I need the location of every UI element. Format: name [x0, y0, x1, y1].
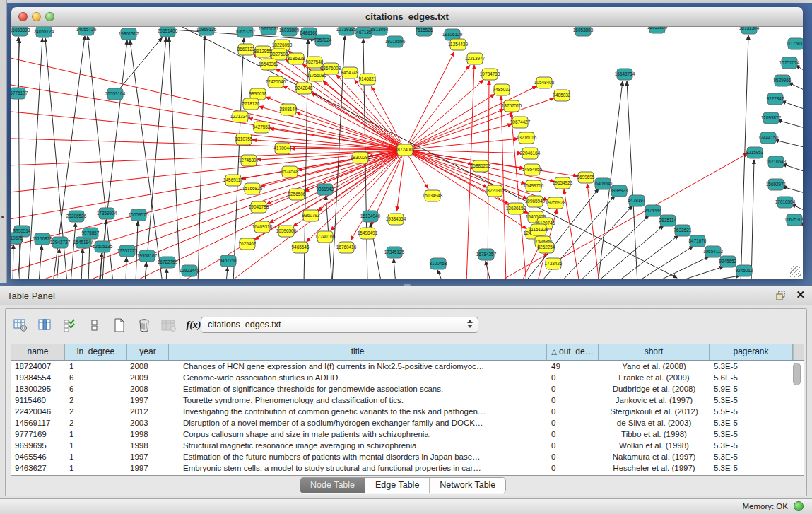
- network-node[interactable]: 7625402: [239, 238, 257, 250]
- network-node[interactable]: 16784357: [476, 249, 497, 260]
- network-node[interactable]: 22420046: [266, 76, 286, 88]
- network-node[interactable]: 8186328: [288, 53, 305, 64]
- table-selector-dropdown[interactable]: citations_edges.txt: [201, 317, 478, 333]
- network-node[interactable]: 19218596: [385, 36, 406, 47]
- window-resize-grip[interactable]: [790, 266, 801, 277]
- network-node[interactable]: 9227342: [767, 93, 784, 105]
- network-node[interactable]: 20206526: [66, 211, 87, 222]
- network-node[interactable]: 18300295: [351, 152, 371, 163]
- network-node[interactable]: 17016504: [775, 197, 796, 208]
- network-node[interactable]: 8100458: [430, 258, 447, 269]
- table-row[interactable]: 946362711997Embryonic stem cells: a mode…: [11, 462, 804, 474]
- network-node[interactable]: 7485033: [493, 84, 511, 95]
- delete-table-icon[interactable]: [136, 317, 152, 333]
- network-node[interactable]: 14954955: [522, 164, 543, 175]
- column-header-title[interactable]: title: [169, 344, 547, 360]
- network-node[interactable]: 12942737: [50, 237, 71, 248]
- network-node[interactable]: 8471676: [689, 235, 707, 247]
- network-node[interactable]: 16775107: [11, 88, 28, 99]
- network-node[interactable]: 12505135: [93, 241, 113, 252]
- network-node[interactable]: 9361943: [317, 184, 334, 195]
- table-row[interactable]: 1830029562008Estimation of significance …: [11, 383, 804, 395]
- column-header-name[interactable]: name: [11, 344, 65, 360]
- network-node[interactable]: 15276021: [259, 27, 279, 35]
- expand-panel-arrow-icon[interactable]: ◂: [1, 214, 4, 220]
- network-node[interactable]: 9256506: [288, 189, 306, 200]
- network-node[interactable]: 9457791: [220, 255, 237, 267]
- network-node[interactable]: 16760416: [336, 242, 357, 253]
- network-node[interactable]: 9245652: [719, 256, 737, 267]
- tab-node-table[interactable]: Node Table: [300, 478, 365, 493]
- vertical-scrollbar-thumb[interactable]: [793, 363, 801, 385]
- network-node[interactable]: 15166825: [242, 183, 263, 194]
- table-row[interactable]: 1872400712008Changes of HCN gene express…: [11, 361, 804, 372]
- table-row[interactable]: 911546021997Tourette syndrome. Phenomeno…: [11, 395, 804, 406]
- network-node[interactable]: 3919575: [11, 233, 23, 244]
- tab-edge-table[interactable]: Edge Table: [365, 478, 430, 493]
- network-node[interactable]: 9245012: [736, 265, 753, 276]
- network-node[interactable]: 8813054: [371, 27, 389, 35]
- function-builder-icon[interactable]: f(x): [186, 317, 201, 333]
- network-node[interactable]: 7857224: [314, 35, 332, 46]
- network-node[interactable]: 15885203: [471, 160, 491, 172]
- network-node[interactable]: 8660123: [237, 44, 255, 55]
- network-node[interactable]: 11254439: [448, 39, 468, 50]
- network-node[interactable]: 16053803: [573, 27, 594, 36]
- memory-status-icon[interactable]: [794, 501, 804, 511]
- column-header-in_degree[interactable]: in_degree: [65, 344, 127, 360]
- network-node[interactable]: 22046164: [520, 148, 541, 159]
- network-node[interactable]: 8252254: [538, 242, 555, 253]
- network-window-titlebar[interactable]: citations_edges.txt: [11, 7, 803, 27]
- network-node[interactable]: 19046788: [249, 201, 269, 213]
- network-node[interactable]: 13216016: [517, 132, 537, 144]
- network-node[interactable]: 15751074: [779, 57, 800, 69]
- table-row[interactable]: 969969511998Structural magnetic resonanc…: [11, 440, 804, 451]
- network-node[interactable]: 19958107: [137, 250, 158, 262]
- network-node[interactable]: 9975857: [82, 228, 100, 239]
- network-node[interactable]: 8938923: [611, 185, 628, 197]
- column-header-pagerank[interactable]: pagerank: [710, 344, 793, 360]
- network-node[interactable]: 17345125: [384, 247, 405, 258]
- network-node[interactable]: 15134948: [423, 190, 443, 201]
- network-node[interactable]: 9242848: [295, 83, 313, 94]
- close-panel-icon[interactable]: ✕: [796, 288, 805, 301]
- network-node[interactable]: 11175014: [786, 38, 803, 49]
- network-node[interactable]: 16033809: [279, 27, 300, 36]
- network-node[interactable]: 1810755: [235, 134, 253, 145]
- column-header-year[interactable]: year: [127, 344, 169, 360]
- network-node[interactable]: 2718120: [242, 98, 260, 110]
- network-node[interactable]: 9474444: [645, 205, 662, 216]
- network-node[interactable]: 10548408: [534, 77, 555, 88]
- network-node[interactable]: 9146821: [359, 74, 377, 85]
- network-node[interactable]: 19861312: [119, 28, 139, 40]
- network-node[interactable]: 16409310: [252, 221, 273, 233]
- network-node[interactable]: 16543362: [259, 59, 279, 70]
- network-node[interactable]: 10596506: [276, 226, 297, 237]
- network-node[interactable]: 24055724: [34, 27, 54, 37]
- network-node[interactable]: 12213977: [465, 53, 486, 64]
- network-node[interactable]: 14055726: [76, 27, 97, 35]
- row-select-icon[interactable]: [62, 317, 78, 333]
- network-node[interactable]: 16210643: [766, 156, 787, 168]
- network-node[interactable]: 19756928: [546, 197, 566, 209]
- network-node[interactable]: 17240166: [315, 231, 336, 243]
- network-node[interactable]: 16648784: [615, 69, 635, 80]
- network-node[interactable]: 12444150: [758, 132, 779, 144]
- network-node[interactable]: 7524548: [281, 166, 299, 177]
- network-node[interactable]: 16782759: [158, 257, 178, 268]
- network-node[interactable]: 11675309: [784, 214, 803, 226]
- network-node[interactable]: 17359924: [97, 208, 117, 219]
- network-node[interactable]: 9360793: [302, 210, 320, 221]
- network-node[interactable]: 16053809: [647, 27, 668, 33]
- column-edit-icon[interactable]: [37, 317, 53, 333]
- network-node[interactable]: 20553104: [105, 88, 126, 100]
- network-node[interactable]: 4170044: [274, 143, 292, 154]
- network-node[interactable]: 19734783: [480, 69, 500, 80]
- network-node[interactable]: 15499716: [524, 180, 544, 192]
- network-canvas[interactable]: 1665389824055724140557261986131220691406…: [11, 27, 803, 279]
- network-node[interactable]: 17957223: [117, 245, 138, 257]
- table-row[interactable]: 2242004622012Investigating the contribut…: [11, 406, 804, 417]
- network-node[interactable]: 15692971: [766, 179, 787, 190]
- network-node[interactable]: 1733426: [545, 258, 563, 269]
- tab-network-table[interactable]: Network Table: [430, 478, 505, 493]
